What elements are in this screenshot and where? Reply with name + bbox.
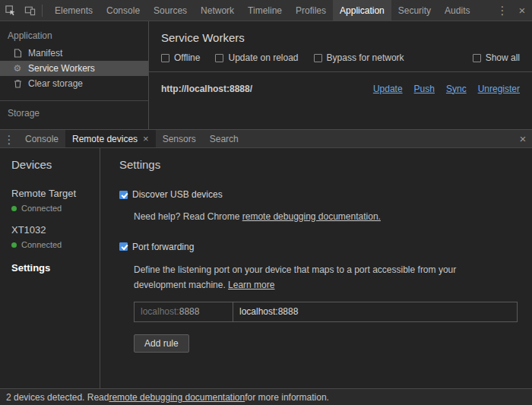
discover-usb-devices-checkbox[interactable]: Discover USB devices xyxy=(119,189,223,200)
device-xt1032[interactable]: XT1032 Connected xyxy=(11,224,100,249)
application-sidebar: Application Manifest ⚙ Service Workers C… xyxy=(0,21,149,129)
worker-origin: http://localhost:8888/ xyxy=(161,84,252,94)
trash-icon xyxy=(12,79,23,88)
status-bar: 2 devices detected. Read remote debuggin… xyxy=(0,388,532,405)
sidebar-item-label: Manifest xyxy=(28,48,62,59)
remote-devices-settings-pane: Settings Discover USB devices Need help?… xyxy=(100,148,532,388)
tab-profiles[interactable]: Profiles xyxy=(289,0,333,21)
sidebar-item-label: Service Workers xyxy=(28,63,95,74)
devtools-tabs: Elements Console Sources Network Timelin… xyxy=(48,0,477,21)
description-text: Define the listening port on your device… xyxy=(134,264,456,290)
show-all-checkbox[interactable]: Show all xyxy=(473,52,520,63)
unregister-link[interactable]: Unregister xyxy=(478,84,520,94)
device-name: XT1032 xyxy=(11,224,100,236)
devices-settings-nav[interactable]: Settings xyxy=(11,262,100,274)
drawer-menu-icon[interactable]: ⋮ xyxy=(0,130,18,148)
port-forwarding-description: Define the listening port on your device… xyxy=(134,263,468,293)
tab-network[interactable]: Network xyxy=(194,0,241,21)
service-worker-row: http://localhost:8888/ Update Push Sync … xyxy=(149,72,532,105)
checkbox-box[interactable] xyxy=(119,191,128,199)
connected-status-dot xyxy=(11,242,17,248)
overflow-menu-icon[interactable]: ⋮ xyxy=(492,1,512,21)
port-forwarding-rule-row: localhost:8888 localhost:8888 xyxy=(134,302,518,322)
sidebar-section-application: Application xyxy=(0,27,148,46)
checkbox-box[interactable] xyxy=(473,54,481,62)
device-name: Remote Target xyxy=(11,188,100,199)
devtools-window: Elements Console Sources Network Timelin… xyxy=(0,0,532,405)
remote-devices-panel: Devices Remote Target Connected XT1032 C… xyxy=(0,148,532,388)
close-tab-icon[interactable]: × xyxy=(143,134,149,144)
manifest-icon xyxy=(12,49,23,58)
sidebar-section-storage: Storage xyxy=(0,100,148,123)
tab-application[interactable]: Application xyxy=(333,0,391,21)
service-workers-pane: Service Workers Offline Update on reload… xyxy=(149,21,532,129)
gear-icon: ⚙ xyxy=(12,63,23,74)
tab-security[interactable]: Security xyxy=(391,0,438,21)
checkbox-box[interactable] xyxy=(119,242,128,251)
device-port-value: 8888 xyxy=(179,306,200,317)
remote-debugging-doc-link[interactable]: remote debugging documentation. xyxy=(242,211,381,222)
offline-checkbox[interactable]: Offline xyxy=(161,52,200,63)
device-status: Connected xyxy=(11,240,100,249)
tab-sources[interactable]: Sources xyxy=(147,0,194,21)
toolbar-right-controls: ⋮ × xyxy=(492,1,532,21)
devtools-toolbar: Elements Console Sources Network Timelin… xyxy=(0,0,532,21)
port-forwarding-checkbox[interactable]: Port forwarding xyxy=(119,242,194,252)
checkbox-box[interactable] xyxy=(215,54,223,62)
sidebar-item-service-workers[interactable]: ⚙ Service Workers xyxy=(0,61,148,76)
device-remote-target[interactable]: Remote Target Connected xyxy=(11,188,100,213)
help-text: Need help? Read Chrome xyxy=(134,211,242,222)
device-port-input[interactable]: localhost:8888 xyxy=(135,302,233,321)
drawer-tab-console[interactable]: Console xyxy=(18,130,65,147)
sidebar-item-label: Clear storage xyxy=(28,78,83,89)
devices-title: Devices xyxy=(11,158,100,171)
push-link[interactable]: Push xyxy=(414,84,435,94)
learn-more-link[interactable]: Learn more xyxy=(228,280,274,290)
close-devtools-icon[interactable]: × xyxy=(512,1,532,21)
drawer-tab-label: Remote devices xyxy=(72,134,138,144)
checkbox-label: Show all xyxy=(486,52,520,63)
service-workers-options-row: Offline Update on reload Bypass for netw… xyxy=(149,52,532,72)
worker-actions: Update Push Sync Unregister xyxy=(373,84,520,94)
connected-status-dot xyxy=(11,206,17,211)
device-status-label: Connected xyxy=(21,204,62,213)
device-status-label: Connected xyxy=(21,240,62,249)
usb-help-text: Need help? Read Chrome remote debugging … xyxy=(134,211,517,222)
application-panel: Application Manifest ⚙ Service Workers C… xyxy=(0,21,532,129)
update-on-reload-checkbox[interactable]: Update on reload xyxy=(215,52,298,63)
checkbox-label: Offline xyxy=(174,52,200,63)
toolbar-divider xyxy=(42,5,43,17)
device-status: Connected xyxy=(11,204,100,213)
update-link[interactable]: Update xyxy=(373,84,403,94)
drawer-tab-search[interactable]: Search xyxy=(203,130,245,147)
tab-elements[interactable]: Elements xyxy=(48,0,100,21)
tab-timeline[interactable]: Timeline xyxy=(241,0,289,21)
sidebar-item-manifest[interactable]: Manifest xyxy=(0,46,148,61)
tab-audits[interactable]: Audits xyxy=(438,0,477,21)
add-rule-button[interactable]: Add rule xyxy=(134,334,189,353)
sync-link[interactable]: Sync xyxy=(446,84,467,94)
checkbox-label: Update on reload xyxy=(228,52,298,63)
drawer-tab-sensors[interactable]: Sensors xyxy=(156,130,203,147)
checkbox-box[interactable] xyxy=(314,54,322,62)
checkbox-label: Bypass for network xyxy=(327,52,404,63)
checkbox-label: Discover USB devices xyxy=(132,189,223,200)
sidebar-item-clear-storage[interactable]: Clear storage xyxy=(0,76,148,91)
checkbox-box[interactable] xyxy=(161,54,169,62)
bypass-for-network-checkbox[interactable]: Bypass for network xyxy=(314,52,404,63)
status-remote-debugging-doc-link[interactable]: remote debugging documentation xyxy=(109,392,245,403)
target-address-input[interactable]: localhost:8888 xyxy=(233,302,517,321)
device-toolbar-icon[interactable] xyxy=(20,1,40,21)
devices-sidebar: Devices Remote Target Connected XT1032 C… xyxy=(0,148,100,388)
close-drawer-icon[interactable]: × xyxy=(514,130,532,148)
settings-title: Settings xyxy=(119,158,517,171)
service-workers-title: Service Workers xyxy=(149,21,532,52)
drawer-tab-remote-devices[interactable]: Remote devices × xyxy=(65,130,156,147)
tab-console[interactable]: Console xyxy=(100,0,147,21)
status-text-suffix: for more information. xyxy=(245,392,329,403)
inspect-element-icon[interactable] xyxy=(0,1,20,21)
drawer: ⋮ Console Remote devices × Sensors Searc… xyxy=(0,129,532,388)
device-port-placeholder: localhost: xyxy=(141,306,179,317)
status-text-prefix: 2 devices detected. Read xyxy=(6,392,109,403)
drawer-toolbar: ⋮ Console Remote devices × Sensors Searc… xyxy=(0,130,532,148)
